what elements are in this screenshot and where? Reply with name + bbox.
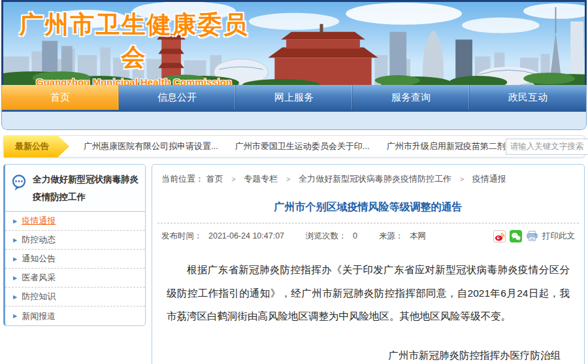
ticker-links: 广州惠康医院有限公司拟申请设置... 广州市爱国卫生运动委员会关于印... 广州… [69, 141, 506, 152]
sidebar-menu: 全力做好新型冠状病毒肺炎疫情防控工作 ▶ 疫情通报 ▶ 防控动态 ▶ 通知公告 … [3, 164, 146, 326]
breadcrumb-special-topics[interactable]: 专题专栏 [244, 174, 278, 184]
weibo-icon[interactable] [493, 230, 506, 242]
site-subtitle: Guangzhou Municipal Health Commission [16, 76, 252, 85]
article-panel: 当前位置： 首页 > 专题专栏 > 全力做好新型冠状病毒肺炎疫情防控工作 > 疫… [152, 164, 585, 364]
views-label: 浏览次数： [306, 231, 347, 240]
site-identity: 广州市卫生健康委员会 Guangzhou Municipal Health Co… [16, 8, 252, 85]
arrow-bullet-icon: ▶ [13, 313, 17, 319]
ticker-link-3[interactable]: 广州市升级启用新冠疫苗第二剂 [387, 141, 506, 152]
source-label: 来源： [379, 231, 404, 240]
search-bar: 智能搜索 [506, 138, 588, 156]
sidebar-item-label: 疫情通报 [22, 215, 56, 227]
search-input[interactable] [506, 139, 588, 155]
print-this-link[interactable]: 打印此文 [542, 231, 575, 242]
breadcrumb-home[interactable]: 首页 [206, 174, 223, 184]
sidebar-item-label: 通知公告 [22, 253, 56, 265]
breadcrumb-epidemic-bulletin[interactable]: 疫情通报 [472, 174, 506, 184]
breadcrumb-separator: > [231, 175, 235, 183]
publish-time-value: 2021-06-24 10:47:07 [208, 231, 284, 240]
nav-tab-home[interactable]: 首页 [2, 85, 119, 110]
nav-tabs: 首页 信息公开 网上服务 服务查询 政民互动 [2, 85, 586, 110]
sidebar-item-prevention-knowledge[interactable]: ▶ 防控知识 [5, 288, 145, 306]
sidebar-title: 全力做好新型冠状病毒肺炎疫情防控工作 [33, 171, 139, 206]
wechat-icon[interactable] [510, 230, 522, 242]
signature-org: 广州市新冠肺炎防控指挥办医疗防治组 [152, 345, 561, 364]
main-navigation: 首页 信息公开 网上服务 服务查询 政民互动 [1, 85, 587, 130]
source-value: 本网 [410, 231, 426, 240]
article-meta-left: 发布时间： 2021-06-24 10:47:07 浏览次数： 0 来源： 本网 [161, 231, 430, 242]
print-icon[interactable] [526, 230, 538, 242]
site-banner: 广州市卫生健康委员会 Guangzhou Municipal Health Co… [1, 0, 587, 85]
sidebar-item-epidemic-bulletin[interactable]: ▶ 疫情通报 [5, 212, 145, 231]
breadcrumb-separator: > [286, 175, 290, 183]
nav-tab-service-query[interactable]: 服务查询 [353, 85, 470, 110]
article-title: 广州市个别区域疫情风险等级调整的通告 [152, 201, 584, 214]
sidebar-item-control-updates[interactable]: ▶ 防控动态 [5, 231, 145, 250]
share-toolbar: 打印此文 [493, 230, 575, 242]
arrow-bullet-icon: ▶ [13, 294, 17, 300]
speech-bubble-icon [10, 174, 27, 193]
sidebar-item-label: 新闻报道 [22, 310, 56, 322]
ticker-link-1[interactable]: 广州惠康医院有限公司拟申请设置... [84, 141, 218, 152]
sidebar-item-news-reports[interactable]: ▶ 新闻报道 [5, 306, 145, 325]
sidebar-header: 全力做好新型冠状病毒肺炎疫情防控工作 [5, 165, 145, 212]
ticker-label: 最新公告 [4, 135, 69, 157]
nav-subbar [2, 112, 586, 129]
nav-tab-online-services[interactable]: 网上服务 [236, 85, 353, 110]
sidebar-item-doctor-profiles[interactable]: ▶ 医者风采 [5, 269, 145, 288]
sidebar-item-notices[interactable]: ▶ 通知公告 [5, 250, 145, 269]
arrow-bullet-icon: ▶ [13, 275, 17, 281]
nav-tab-public-interaction[interactable]: 政民互动 [470, 85, 586, 110]
arrow-bullet-icon: ▶ [13, 237, 17, 243]
sidebar-item-label: 防控动态 [22, 234, 56, 246]
ticker-link-2[interactable]: 广州市爱国卫生运动委员会关于印... [235, 141, 370, 152]
sidebar-item-label: 防控知识 [22, 291, 56, 303]
views-value: 0 [353, 231, 357, 240]
article-body: 根据广东省新冠肺炎防控指挥办《关于印发广东省应对新型冠状病毒肺炎疫情分区分级防控… [167, 258, 570, 328]
signature-block: 广州市新冠肺炎防控指挥办医疗防治组 2021年6月24日 [152, 345, 561, 364]
arrow-bullet-icon: ▶ [13, 256, 17, 262]
arrow-bullet-icon: ▶ [13, 218, 17, 224]
breadcrumb-prefix: 当前位置： [161, 174, 204, 184]
publish-time-label: 发布时间： [161, 231, 203, 240]
site-title: 广州市卫生健康委员会 [16, 8, 252, 74]
breadcrumb: 当前位置： 首页 > 专题专栏 > 全力做好新型冠状病毒肺炎疫情防控工作 > 疫… [152, 165, 584, 191]
breadcrumb-separator: > [460, 175, 464, 183]
content-area: 全力做好新型冠状病毒肺炎疫情防控工作 ▶ 疫情通报 ▶ 防控动态 ▶ 通知公告 … [3, 164, 585, 364]
sidebar-item-label: 医者风采 [22, 272, 56, 284]
article-meta: 发布时间： 2021-06-24 10:47:07 浏览次数： 0 来源： 本网 [152, 223, 584, 242]
nav-tab-info-disclosure[interactable]: 信息公开 [119, 85, 236, 110]
announcement-ticker: 最新公告 广州惠康医院有限公司拟申请设置... 广州市爱国卫生运动委员会关于印.… [3, 135, 585, 157]
breadcrumb-covid-prevention[interactable]: 全力做好新型冠状病毒肺炎疫情防控工作 [299, 174, 451, 184]
